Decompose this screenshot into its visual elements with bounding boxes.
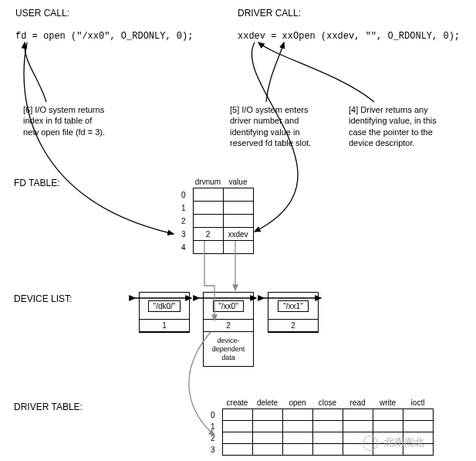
drv-col: read [343,398,373,409]
drv-col: create [222,398,252,409]
fd-row: 4 [177,241,253,254]
drv-col: close [312,398,343,409]
watermark-icon: ⋯ [363,436,378,451]
fd-row: 1 [177,202,253,215]
driver-call-code: xxdev = xxOpen (xxdev, "", O_RDONLY, 0); [238,31,460,42]
device-box-xx1: "/xx1" 2 [268,292,319,333]
device-dependent-data: device- dependent data [204,332,253,366]
device-list-label: DEVICE LIST: [14,293,72,304]
watermark: ⋯-北南南北 [363,436,424,451]
user-call-code: fd = open ("/xx0", O_RDONLY, 0); [15,31,193,42]
fd-row: 2 [177,215,253,228]
note-6: [6] I/O system returns index in fd table… [23,104,108,137]
device-box-xx0: "/xx0" 2 device- dependent data [203,292,254,367]
fd-col-drvnum: drvnum [193,178,223,188]
drv-col: open [282,398,312,409]
user-call-heading: USER CALL: [15,8,69,19]
fd-row: 3 2 xxdev [177,228,253,241]
drv-row: 0 [207,409,433,421]
driver-table-label: DRIVER TABLE: [14,402,83,412]
fd-col-value: value [223,178,253,188]
drv-col: ioctl [403,398,433,409]
fd-row: 0 [177,188,253,202]
driver-call-heading: DRIVER CALL: [238,8,301,19]
drv-row: 1 [207,421,433,432]
drv-col: write [373,398,403,409]
device-box-dk0: "/dk0/" 1 [139,292,190,333]
fd-table-label: FD TABLE: [14,178,60,188]
fd-table: drvnum value 0 1 2 3 2 xxdev 4 [177,178,254,254]
drv-col: delete [252,398,282,409]
note-5: [5] I/O system enters driver number and … [230,104,322,148]
note-4: [4] Driver returns any identifying value… [349,104,441,148]
